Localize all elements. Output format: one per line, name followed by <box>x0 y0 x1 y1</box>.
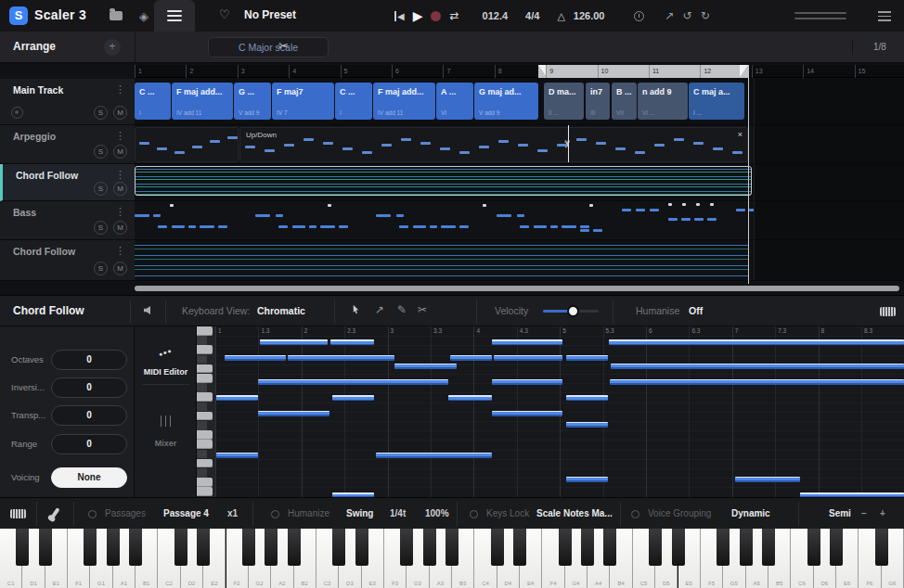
redo-button[interactable]: ↻ <box>701 9 710 22</box>
play-button[interactable]: ▶ <box>413 8 423 23</box>
mini-white-key[interactable] <box>197 487 213 496</box>
browser-button[interactable] <box>102 0 130 32</box>
midi-note[interactable] <box>735 477 800 482</box>
midi-note[interactable] <box>330 339 374 345</box>
black-key-Dsharp5[interactable] <box>672 529 685 566</box>
midi-note[interactable] <box>288 355 394 361</box>
black-key-Dsharp6[interactable] <box>830 529 843 566</box>
black-key-Gsharp1[interactable] <box>107 529 120 566</box>
chord-follow-lane[interactable] <box>135 164 754 201</box>
midi-note[interactable] <box>394 364 457 369</box>
chord-block[interactable]: G ...V add 9 <box>234 83 271 120</box>
show-keyboard-button[interactable] <box>0 498 35 530</box>
loop-button[interactable]: ⇄ <box>449 9 458 22</box>
track-header-bass[interactable]: Bass ⋮ SM <box>0 201 135 240</box>
black-key-Fsharp6[interactable] <box>875 529 888 566</box>
midi-note[interactable] <box>216 453 258 458</box>
track-menu-icon[interactable]: ⋮ <box>115 83 125 96</box>
black-key-Dsharp2[interactable] <box>197 529 210 566</box>
midi-note[interactable] <box>492 379 562 385</box>
midi-note[interactable] <box>258 411 329 416</box>
scale-tab[interactable]: C Major scale <box>208 37 329 58</box>
midi-note[interactable] <box>494 355 562 361</box>
black-key-Csharp3[interactable] <box>332 529 345 566</box>
scissors-tool-icon[interactable]: ✂ <box>278 39 289 53</box>
mini-white-key[interactable] <box>197 364 213 374</box>
tab-mixer[interactable]: Mixer <box>135 415 197 450</box>
solo-button[interactable]: S <box>94 221 108 235</box>
mini-black-key[interactable] <box>197 383 207 392</box>
track-menu-icon[interactable]: ⋮ <box>115 245 125 257</box>
midi-note[interactable] <box>610 379 904 385</box>
mini-black-key[interactable]: C2 <box>197 450 207 459</box>
black-key-Fsharp4[interactable] <box>559 529 572 566</box>
midi-note[interactable] <box>566 355 608 361</box>
horizontal-scrollbar[interactable] <box>135 286 899 291</box>
voicing-value[interactable]: None <box>51 467 127 488</box>
mini-black-key[interactable] <box>197 421 207 430</box>
draw-tool[interactable]: ↗ <box>375 303 384 316</box>
record-button[interactable] <box>431 11 441 21</box>
midi-note[interactable] <box>216 395 258 401</box>
piano-roll[interactable]: 11.322.333.344.355.366.377.388.3 C3C2 <box>197 326 904 497</box>
cut-tool[interactable]: ✂ <box>418 303 427 316</box>
track-header-chord-follow-2[interactable]: Chord Follow ⋮ SM <box>0 240 135 281</box>
chord-block[interactable]: n add 9VI ... <box>638 83 688 120</box>
humanize-value[interactable]: Swing <box>346 508 373 518</box>
black-key-Csharp6[interactable] <box>807 529 820 566</box>
black-key-Fsharp3[interactable] <box>400 529 413 566</box>
midi-note[interactable] <box>492 339 562 345</box>
solo-button[interactable]: S <box>94 145 108 159</box>
skip-back-button[interactable]: ◀ <box>394 11 405 21</box>
black-key-Csharp5[interactable] <box>649 529 662 566</box>
voicegroup-toggle[interactable] <box>631 510 639 518</box>
piano-roll-grid[interactable]: 11.322.333.344.355.366.377.388.3 <box>215 326 904 497</box>
mini-white-key[interactable] <box>197 440 213 449</box>
arpeggio-clip[interactable] <box>135 127 239 162</box>
humanise-value[interactable]: Off <box>689 305 703 316</box>
chord-block[interactable]: C maj a...I ... <box>689 83 744 120</box>
track-header-main[interactable]: Main Track ⋮ SM <box>0 79 135 125</box>
humanize-toggle[interactable] <box>271 510 279 518</box>
humanize-rate[interactable]: 1/4t <box>390 508 406 518</box>
track-header-arpeggio[interactable]: Arpeggio ⋮ SM <box>0 125 135 164</box>
mini-white-key[interactable] <box>197 326 213 336</box>
add-track-button[interactable]: + <box>104 39 121 56</box>
velocity-knob[interactable] <box>567 305 579 317</box>
mini-white-key[interactable] <box>197 345 213 354</box>
solo-button[interactable]: S <box>94 262 108 275</box>
black-key-Asharp3[interactable] <box>446 529 458 566</box>
keyslock-toggle[interactable] <box>470 510 478 518</box>
voicegroup-value[interactable]: Dynamic <box>731 508 770 518</box>
chord-block[interactable]: F maj7IV 7 <box>272 83 334 120</box>
zoom-level[interactable]: 1/8 <box>852 40 886 55</box>
black-key-Asharp2[interactable] <box>288 529 301 566</box>
mini-white-key[interactable] <box>197 430 213 440</box>
midi-note[interactable] <box>492 411 562 416</box>
black-key-Fsharp1[interactable] <box>84 529 97 566</box>
black-key-Asharp1[interactable] <box>129 529 142 566</box>
loop-region[interactable] <box>538 65 748 78</box>
midi-note[interactable] <box>225 355 286 361</box>
chord-block[interactable]: in7III <box>586 83 610 120</box>
tab-midi-editor[interactable]: ••• MIDI Editor <box>135 343 197 378</box>
mute-button[interactable]: M <box>113 262 127 275</box>
keyboard-toggle-button[interactable] <box>880 307 896 316</box>
monitor-icon[interactable] <box>11 107 23 119</box>
black-key-Fsharp2[interactable] <box>242 529 255 566</box>
position-display[interactable]: 012.4 <box>483 10 509 21</box>
mini-white-key[interactable] <box>197 478 213 487</box>
chord-block[interactable]: D ma...II ... <box>544 83 584 120</box>
bass-lane[interactable] <box>135 201 754 240</box>
mute-button[interactable]: M <box>113 221 127 235</box>
midi-note[interactable] <box>609 339 904 345</box>
black-key-Fsharp5[interactable] <box>717 529 730 566</box>
black-key-Dsharp3[interactable] <box>355 529 368 566</box>
humanize-amount[interactable]: 100% <box>425 508 449 518</box>
mute-button[interactable]: M <box>113 106 127 120</box>
black-key-Csharp2[interactable] <box>174 529 187 566</box>
mini-black-key[interactable] <box>197 403 207 412</box>
black-key-Gsharp4[interactable] <box>581 529 594 566</box>
playhead[interactable] <box>748 65 749 284</box>
velocity-slider[interactable] <box>543 310 599 313</box>
